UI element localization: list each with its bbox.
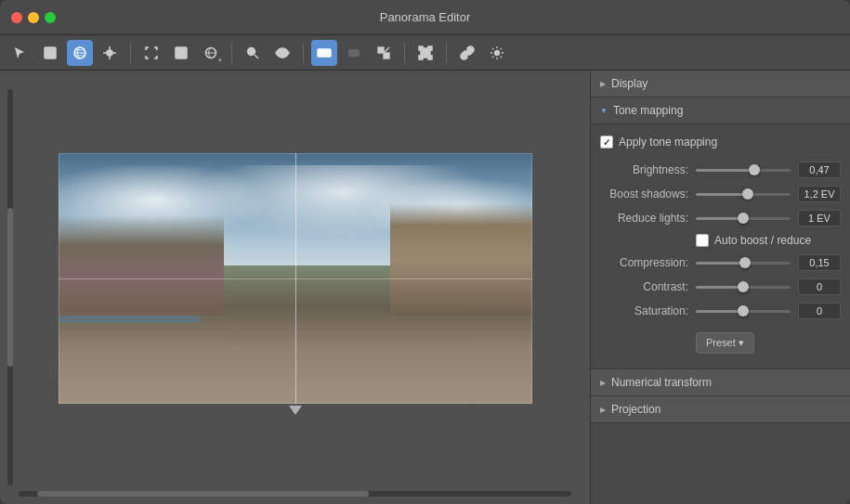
reduce-lights-row: Reduce lights: 1 EV: [600, 210, 841, 226]
frame-button[interactable]: [412, 40, 438, 66]
boost-shadows-thumb[interactable]: [742, 188, 753, 200]
svg-rect-14: [318, 49, 331, 57]
cursor-tool-button[interactable]: [7, 40, 33, 66]
saturation-row: Saturation: 0: [600, 303, 841, 319]
boost-shadows-slider[interactable]: [696, 193, 791, 196]
boost-shadows-fill: [696, 193, 748, 196]
svg-rect-22: [419, 46, 423, 50]
globe-button[interactable]: ▾: [198, 40, 224, 66]
toolbar: ▾: [0, 35, 850, 71]
svg-line-19: [384, 47, 389, 53]
crosshair-button[interactable]: [97, 40, 123, 66]
projection-section-header[interactable]: ▶ Projection: [591, 396, 850, 423]
saturation-value[interactable]: 0: [798, 303, 841, 319]
canvas-area[interactable]: [0, 71, 590, 504]
projection-arrow: ▶: [600, 406, 606, 414]
eye-button[interactable]: [269, 40, 295, 66]
right-panel: ❯ ▶ Display ▼ Tone mapping Apply tone ma…: [590, 71, 850, 504]
saturation-label: Saturation:: [600, 304, 688, 317]
boost-shadows-row: Boost shadows: 1,2 EV: [600, 186, 841, 202]
toolbar-separator-5: [446, 43, 447, 63]
contrast-fill: [696, 286, 743, 289]
panel-toggle-button[interactable]: ❯: [590, 117, 591, 145]
contrast-row: Contrast: 0: [600, 278, 841, 295]
apply-tone-mapping-checkbox[interactable]: [600, 136, 613, 149]
brightness-row: Brightness: 0,47: [600, 162, 841, 178]
compression-value[interactable]: 0,15: [798, 254, 841, 271]
contrast-value[interactable]: 0: [798, 278, 841, 295]
horizontal-scrollbar[interactable]: [19, 491, 571, 497]
main-area: ❯ ▶ Display ▼ Tone mapping Apply tone ma…: [0, 71, 850, 504]
view-2d-button[interactable]: [67, 40, 93, 66]
reduce-lights-slider[interactable]: [696, 217, 791, 220]
saturation-thumb[interactable]: [738, 305, 749, 317]
vertical-scrollbar-thumb[interactable]: [7, 208, 13, 367]
reduce-lights-thumb[interactable]: [738, 213, 749, 224]
zoom-in-button[interactable]: [240, 40, 266, 66]
close-button[interactable]: [11, 12, 22, 23]
horizontal-scrollbar-thumb[interactable]: [37, 491, 369, 497]
svg-rect-15: [348, 49, 360, 57]
tone-mapping-section-header[interactable]: ▼ Tone mapping: [591, 97, 850, 124]
contrast-thumb[interactable]: [738, 281, 749, 292]
display-section-label: Display: [611, 77, 647, 90]
minimize-button[interactable]: [28, 12, 39, 23]
auto-boost-checkbox[interactable]: [696, 234, 709, 247]
apply-tone-mapping-row: Apply tone mapping: [600, 132, 841, 152]
brightness-thumb[interactable]: [749, 164, 760, 175]
border-button[interactable]: [168, 40, 194, 66]
compression-thumb[interactable]: [739, 257, 751, 268]
tone-mapping-content: Apply tone mapping Brightness: 0,47 Boos…: [591, 124, 850, 369]
tone-mapping-section-arrow: ▼: [600, 107, 608, 115]
boost-shadows-label: Boost shadows:: [600, 187, 688, 200]
saturation-slider[interactable]: [696, 310, 791, 313]
compression-fill: [696, 262, 745, 265]
reduce-lights-label: Reduce lights:: [600, 212, 688, 225]
numerical-transform-section-header[interactable]: ▶ Numerical transform: [591, 369, 850, 396]
numerical-transform-label: Numerical transform: [611, 376, 712, 389]
pano-buildings-left: [59, 215, 225, 316]
svg-rect-0: [45, 47, 56, 58]
toolbar-separator-4: [404, 43, 405, 63]
compression-slider[interactable]: [696, 262, 791, 265]
contrast-label: Contrast:: [600, 280, 688, 293]
brightness-slider[interactable]: [696, 169, 791, 172]
vertical-scrollbar[interactable]: [7, 89, 13, 485]
svg-rect-24: [419, 56, 423, 59]
svg-rect-23: [428, 46, 432, 50]
projection-label: Projection: [611, 403, 660, 416]
display-section-header[interactable]: ▶ Display: [591, 71, 850, 97]
brightness-label: Brightness:: [600, 163, 688, 176]
zoom-button[interactable]: [45, 12, 56, 23]
contrast-slider[interactable]: [696, 286, 791, 289]
pano-buildings-right: [390, 203, 532, 317]
display-section-arrow: ▶: [600, 80, 606, 88]
view-cube-button[interactable]: [371, 40, 397, 66]
brightness-value[interactable]: 0,47: [798, 162, 841, 178]
window-title: Panorama Editor: [380, 10, 471, 24]
auto-boost-label: Auto boost / reduce: [714, 234, 811, 247]
panorama-container: [59, 153, 532, 404]
numerical-transform-arrow: ▶: [600, 379, 606, 387]
resize-button[interactable]: [138, 40, 164, 66]
boost-shadows-value[interactable]: 1,2 EV: [798, 186, 841, 202]
view-flat-button[interactable]: [311, 40, 337, 66]
saturation-fill: [696, 310, 743, 313]
apply-tone-mapping-label: Apply tone mapping: [619, 136, 717, 149]
compression-row: Compression: 0,15: [600, 254, 841, 271]
reduce-lights-fill: [696, 217, 743, 220]
reduce-lights-value[interactable]: 1 EV: [798, 210, 841, 226]
view-sphere-button[interactable]: [341, 40, 367, 66]
rect-select-button[interactable]: [37, 40, 63, 66]
toolbar-separator-3: [303, 43, 304, 63]
settings-button[interactable]: [484, 40, 510, 66]
brightness-fill: [696, 169, 754, 172]
svg-line-10: [255, 55, 258, 58]
toolbar-separator-2: [231, 43, 232, 63]
traffic-lights: [11, 12, 56, 23]
svg-rect-25: [428, 56, 432, 59]
crosshair-triangle: [289, 406, 302, 415]
title-bar: Panorama Editor: [0, 0, 850, 35]
preset-button[interactable]: Preset ▾: [696, 332, 754, 354]
link-button[interactable]: [454, 40, 480, 66]
